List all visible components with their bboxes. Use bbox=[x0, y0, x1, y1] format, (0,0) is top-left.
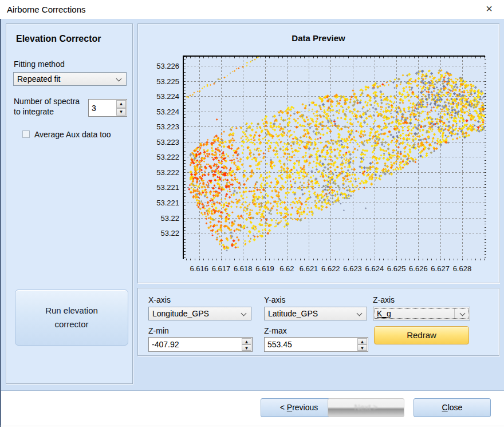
close-dialog-button[interactable]: Close bbox=[414, 398, 491, 417]
run-elevation-corrector-button[interactable]: Run elevation corrector bbox=[15, 290, 128, 346]
y-tick-label: 53.221 bbox=[156, 199, 179, 207]
y-tick-label: 53.22 bbox=[160, 213, 179, 222]
x-tick-label: 6.624 bbox=[365, 264, 384, 273]
z-max-input[interactable] bbox=[265, 338, 357, 351]
x-tick-label: 6.627 bbox=[431, 264, 450, 273]
x-tick-label: 6.621 bbox=[300, 264, 318, 273]
y-tick-label: 53.22 bbox=[160, 229, 179, 237]
z-max-label: Z-max bbox=[264, 326, 287, 335]
up-arrow-icon: ▲ bbox=[119, 101, 124, 106]
spinner-up-button[interactable]: ▲ bbox=[116, 100, 126, 108]
y-tick-label: 53.224 bbox=[156, 107, 179, 116]
data-preview-group: Data Preview 53.22653.22553.22453.22453.… bbox=[137, 23, 499, 283]
spectra-count-spinner: ▲ ▼ bbox=[88, 99, 127, 117]
x-tick-label: 6.62 bbox=[279, 264, 294, 273]
data-preview-plot bbox=[184, 57, 486, 260]
window-title: Airborne Corrections bbox=[7, 0, 86, 19]
x-tick-label: 6.628 bbox=[453, 264, 472, 273]
z-min-label: Z-min bbox=[148, 326, 169, 335]
y-tick-label: 53.223 bbox=[156, 122, 179, 131]
down-arrow-icon: ▼ bbox=[119, 109, 124, 114]
x-tick-label: 6.622 bbox=[321, 264, 340, 273]
z-max-spinner: ▲ ▼ bbox=[264, 337, 368, 352]
spinner-up-button[interactable]: ▲ bbox=[242, 338, 251, 344]
x-tick-label: 6.623 bbox=[343, 264, 362, 273]
title-bar: Airborne Corrections × bbox=[0, 0, 504, 19]
previous-button[interactable]: < Previous bbox=[261, 398, 337, 417]
down-arrow-icon: ▼ bbox=[245, 346, 249, 351]
x-tick-label: 6.625 bbox=[387, 264, 406, 273]
redraw-button[interactable]: Redraw bbox=[374, 326, 469, 344]
up-arrow-icon: ▲ bbox=[245, 339, 249, 344]
elevation-corrector-heading: Elevation Corrector bbox=[16, 34, 101, 44]
y-axis-value: Latitude_GPS bbox=[268, 309, 318, 318]
z-axis-dropdown[interactable]: K_g bbox=[373, 307, 470, 320]
z-axis-value: K_g bbox=[377, 309, 391, 318]
airborne-corrections-dialog: Airborne Corrections × Elevation Correct… bbox=[0, 0, 504, 428]
window-left-border bbox=[0, 19, 1, 427]
y-tick-label: 53.221 bbox=[156, 183, 179, 192]
z-min-spin-buttons: ▲ ▼ bbox=[242, 338, 251, 351]
y-tick-label: 53.223 bbox=[156, 137, 179, 146]
y-axis-label: Y-axis bbox=[264, 295, 286, 304]
elevation-corrector-group: Elevation Corrector Fitting method Repea… bbox=[6, 23, 133, 384]
spectra-count-input[interactable] bbox=[89, 100, 116, 116]
x-tick-label: 6.617 bbox=[212, 264, 231, 273]
combo-separator bbox=[454, 309, 455, 318]
close-icon: × bbox=[486, 2, 493, 15]
spectra-count-label: Number of spectra to integrate bbox=[14, 96, 80, 117]
window-bottom-edge bbox=[0, 426, 504, 426]
y-tick-label: 53.222 bbox=[156, 168, 179, 176]
z-min-spinner: ▲ ▼ bbox=[148, 337, 253, 352]
x-axis-value: Longitude_GPS bbox=[152, 309, 209, 318]
y-tick-label: 53.225 bbox=[156, 77, 179, 85]
chevron-down-icon bbox=[116, 76, 122, 82]
plot-area: 53.22653.22553.22453.22453.22353.22353.2… bbox=[183, 56, 485, 259]
up-arrow-icon: ▲ bbox=[360, 339, 365, 344]
dialog-client-area: Elevation Corrector Fitting method Repea… bbox=[0, 19, 504, 391]
x-tick-label: 6.626 bbox=[409, 264, 428, 273]
x-tick-label: 6.616 bbox=[190, 264, 209, 273]
x-axis-dropdown[interactable]: Longitude_GPS bbox=[148, 307, 251, 320]
spinner-up-button[interactable]: ▲ bbox=[357, 338, 367, 344]
y-tick-label: 53.222 bbox=[156, 153, 179, 161]
x-tick-label: 6.619 bbox=[255, 264, 274, 273]
chevron-down-icon bbox=[241, 311, 247, 316]
chevron-down-icon bbox=[460, 311, 466, 316]
x-tick-label: 6.618 bbox=[234, 264, 253, 273]
z-min-input[interactable] bbox=[149, 338, 241, 351]
down-arrow-icon: ▼ bbox=[360, 346, 365, 351]
fitting-method-value: Repeated fit bbox=[17, 74, 61, 84]
spinner-down-button[interactable]: ▼ bbox=[116, 108, 126, 116]
z-axis-label: Z-axis bbox=[373, 295, 395, 304]
y-tick-label: 53.226 bbox=[156, 61, 179, 70]
spinner-down-button[interactable]: ▼ bbox=[357, 344, 367, 351]
y-axis-dropdown[interactable]: Latitude_GPS bbox=[264, 307, 367, 320]
fitting-method-label: Fitting method bbox=[14, 60, 65, 69]
dialog-footer: < Previous Next > Close bbox=[0, 391, 504, 428]
spinner-down-button[interactable]: ▼ bbox=[242, 344, 251, 351]
x-axis-label: X-axis bbox=[148, 295, 171, 304]
average-aux-checkbox[interactable] bbox=[22, 130, 30, 138]
close-button[interactable]: × bbox=[479, 0, 499, 19]
data-preview-title: Data Preview bbox=[138, 33, 499, 43]
y-tick-label: 53.224 bbox=[156, 92, 179, 101]
axis-controls-group: X-axis Longitude_GPS Y-axis Latitude_GPS… bbox=[137, 288, 499, 356]
chevron-down-icon bbox=[357, 311, 363, 316]
spectra-spin-buttons: ▲ ▼ bbox=[116, 100, 126, 116]
average-aux-checkbox-label: Average Aux data too bbox=[34, 130, 111, 139]
next-button[interactable]: Next > bbox=[328, 398, 404, 417]
fitting-method-dropdown[interactable]: Repeated fit bbox=[13, 72, 127, 86]
z-max-spin-buttons: ▲ ▼ bbox=[357, 338, 367, 351]
